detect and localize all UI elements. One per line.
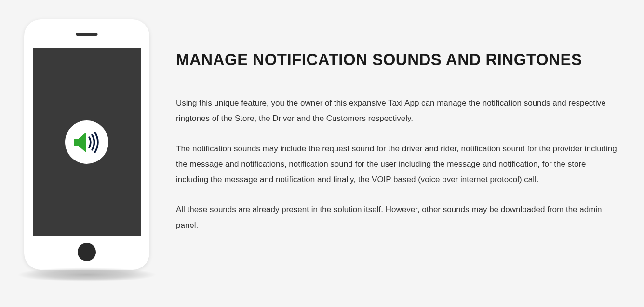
closing-paragraph: All these sounds are already present in …	[176, 202, 620, 233]
speaker-sound-icon	[71, 129, 103, 156]
phone-shadow	[17, 267, 157, 282]
phone-home-button	[78, 243, 96, 261]
phone-screen	[33, 48, 141, 236]
section-heading: MANAGE NOTIFICATION SOUNDS AND RINGTONES	[176, 51, 620, 69]
phone-illustration	[24, 19, 149, 270]
details-paragraph: The notification sounds may include the …	[176, 141, 620, 188]
content-section: MANAGE NOTIFICATION SOUNDS AND RINGTONES…	[176, 19, 620, 248]
intro-paragraph: Using this unique feature, you the owner…	[176, 95, 620, 127]
sound-icon-circle	[65, 120, 108, 164]
main-container: MANAGE NOTIFICATION SOUNDS AND RINGTONES…	[24, 19, 620, 270]
phone-speaker	[76, 33, 98, 36]
phone-frame	[24, 19, 149, 270]
